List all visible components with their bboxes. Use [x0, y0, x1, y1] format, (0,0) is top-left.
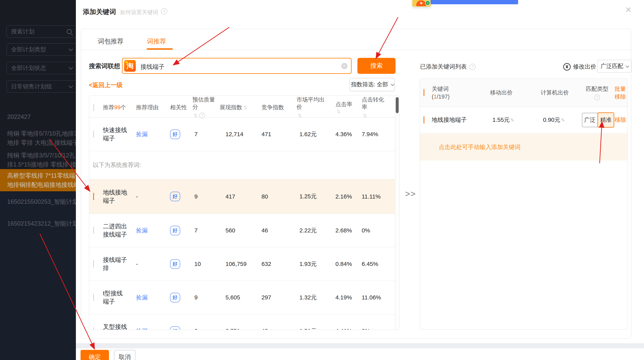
added-select-all-checkbox[interactable]	[424, 89, 424, 96]
pc-bid-value: 0.90元	[543, 116, 560, 123]
sort-icon: ⇅	[336, 109, 341, 114]
sidebar-plan-item[interactable]: 纯铜 零地排3/5/7/10/12孔 地线排1.5*15接地排 零线排 接线端	[0, 149, 76, 171]
manual-add-hint[interactable]: 点击此处可手动输入添加关键词	[420, 134, 628, 160]
modify-bid-control[interactable]: ¥ 修改出价	[563, 63, 596, 71]
row-avg-price: 1.32元	[286, 294, 325, 302]
reason-label: -	[136, 261, 138, 267]
transfer-button[interactable]: >>	[402, 189, 419, 199]
sidebar-plan-item[interactable]: 纯铜 零地排5/7/10孔地排3*30排地排 零排 大电流 接线端子	[0, 127, 76, 149]
row-cvr: 0%	[354, 227, 385, 234]
index-filter-dropdown[interactable]: 指数筛选: 全部	[350, 78, 395, 91]
col-ctr[interactable]: 点击率⇅	[325, 101, 354, 115]
row-reason[interactable]: 捡漏	[136, 227, 163, 235]
row-keyword: 快速接线端子	[103, 126, 128, 142]
help-icon[interactable]: ?	[470, 64, 476, 70]
col-impression[interactable]: 展现指数⇅	[218, 104, 255, 111]
plan-search-input[interactable]: 搜索计划	[6, 25, 76, 38]
chevron-down-icon	[391, 82, 394, 86]
row-competition: 48	[255, 328, 286, 330]
match-type-value: 广泛匹配	[601, 62, 624, 70]
row-checkbox-cell	[91, 261, 103, 267]
row-checkbox[interactable]	[93, 130, 94, 138]
sort-icon: ⇅	[298, 112, 302, 119]
sidebar-plan-item[interactable]: 高桥型零线排 7*11零线端子排地排铜排配电箱接地接线端子	[0, 169, 76, 191]
plan-type-label: 全部计划类型	[11, 46, 69, 54]
row-impression: 12,714	[218, 131, 255, 137]
modal-subtitle-link[interactable]: 如何设置关键词	[120, 9, 158, 16]
col-cvr[interactable]: 点击转化率⇅	[354, 96, 385, 119]
plan-search-placeholder: 搜索计划	[11, 28, 67, 36]
exact-match-button[interactable]: 精准	[598, 112, 614, 128]
plan-item-label: 纯铜 零地排5/7/10孔地排3*30排	[7, 130, 76, 137]
sidebar-plan-item[interactable]: 1650215423212_智能计划	[0, 217, 76, 230]
sidebar-plan-item[interactable]: 2022427	[0, 110, 76, 123]
taobao-icon: 淘	[124, 60, 136, 72]
row-checkbox[interactable]	[93, 327, 94, 330]
edit-pencil-icon[interactable]: ✎	[561, 117, 565, 123]
row-avg-price: 2.22元	[286, 227, 325, 235]
row-checkbox[interactable]	[93, 294, 94, 301]
back-to-parent-link[interactable]: <返回上一级	[89, 81, 122, 89]
active-tab-underline	[147, 48, 173, 50]
reason-label[interactable]: 捡漏	[136, 131, 148, 137]
row-avg-price: 1.25元	[286, 193, 325, 201]
row-checkbox[interactable]	[93, 193, 94, 200]
batch-remove-button[interactable]: 批量移除	[614, 85, 628, 101]
col-avg-price[interactable]: 市场平均出价⇅	[286, 96, 325, 119]
row-checkbox-cell	[91, 294, 103, 301]
sort-icon: ⇅	[194, 112, 198, 119]
row-competition: 471	[255, 131, 286, 137]
modal-card: 词包推荐 词推荐 搜索词联想 淘 接线端子 ✕ 搜索 <返回上一级 指数筛选: …	[81, 29, 631, 338]
confirm-button[interactable]: 确定	[80, 350, 109, 360]
close-icon[interactable]: ✕	[625, 6, 632, 14]
tab-wordpack-recommend[interactable]: 词包推荐	[98, 37, 124, 46]
col-relevance: 相关性	[163, 104, 192, 111]
row-keyword: 接线端子排	[103, 256, 128, 272]
added-col-mobile-bid: 移动出价	[474, 89, 529, 97]
col-quality[interactable]: 预估质量分⇅?	[192, 96, 218, 119]
tab-word-recommend[interactable]: 词推荐	[147, 37, 166, 46]
added-row-checkbox[interactable]	[424, 116, 424, 123]
reason-label: -	[136, 193, 138, 200]
match-type-dropdown[interactable]: 广泛匹配	[597, 60, 632, 73]
remove-button[interactable]: 移除	[614, 116, 628, 124]
row-checkbox-cell	[91, 328, 103, 330]
select-all-checkbox[interactable]	[93, 104, 94, 111]
added-col-match-type: 匹配类型?	[580, 85, 614, 101]
row-reason[interactable]: 捡漏	[136, 327, 163, 330]
row-quality: 7	[192, 227, 218, 234]
row-checkbox[interactable]	[93, 227, 94, 234]
keyword-search-input[interactable]: 淘 接线端子 ✕	[122, 58, 352, 74]
row-competition: 46	[255, 227, 286, 234]
sidebar-plan-item[interactable]: 1650215500253_智能计划	[0, 195, 76, 208]
row-ctr: 2.16%	[325, 193, 354, 200]
plan-type-select[interactable]: 全部计划类型	[6, 43, 76, 56]
reason-label[interactable]: 捡漏	[136, 328, 148, 330]
reason-label[interactable]: 捡漏	[136, 227, 148, 234]
row-cvr: 7.94%	[354, 131, 385, 137]
keyword-search-value: 接线端子	[140, 63, 164, 71]
help-icon[interactable]: ?	[161, 8, 167, 15]
row-quality: 6	[192, 328, 218, 330]
scrollbar-thumb[interactable]	[396, 97, 399, 113]
cancel-button[interactable]: 取消	[114, 350, 136, 360]
row-impression: 5,605	[218, 294, 255, 301]
reason-label[interactable]: 捡漏	[136, 294, 148, 301]
row-reason: -	[136, 193, 163, 200]
search-button[interactable]: 搜索	[358, 58, 396, 74]
added-row-pc-bid: 0.90元✎	[529, 116, 580, 124]
row-reason[interactable]: 捡漏	[136, 294, 163, 302]
scrollbar-track[interactable]	[395, 96, 399, 330]
clear-input-icon[interactable]: ✕	[341, 63, 348, 69]
row-quality: 9	[192, 294, 218, 301]
plan-group-select[interactable]: 日常销售计划组	[6, 80, 76, 93]
added-table-header: 关键词(1/197) 移动出价 计算机出价 匹配类型? 批量移除	[420, 79, 628, 107]
row-relevance: 好	[163, 293, 192, 302]
row-reason[interactable]: 捡漏	[136, 130, 163, 138]
row-checkbox[interactable]	[93, 260, 94, 267]
plan-status-select[interactable]: 全部计划状态	[6, 62, 76, 74]
broad-match-button[interactable]: 广泛	[582, 113, 598, 127]
edit-pencil-icon[interactable]: ✎	[510, 117, 514, 123]
notification-blue-bar	[430, 0, 518, 4]
added-col-pc-bid: 计算机出价	[529, 89, 580, 97]
